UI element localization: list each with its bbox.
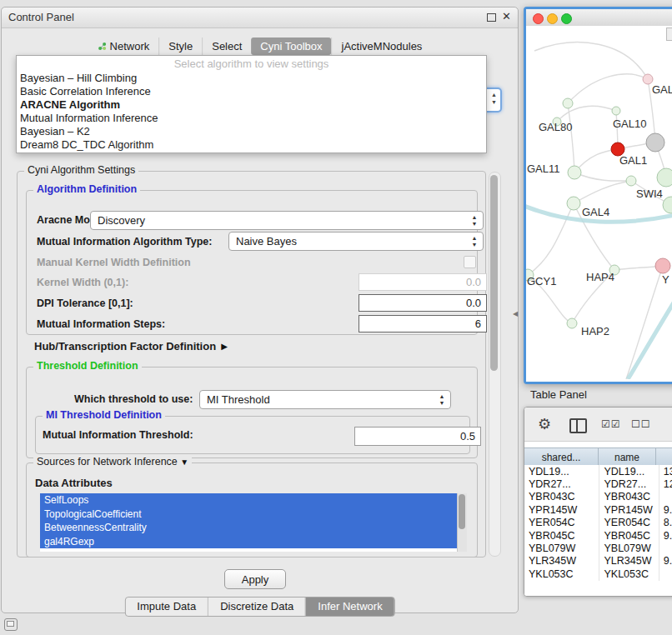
node-label: GCY1	[527, 275, 556, 288]
kernel-width-label: Kernel Width (0,1):	[37, 277, 128, 288]
network-node[interactable]	[626, 176, 636, 186]
table-row[interactable]: YPR145W YPR145W 9.	[524, 503, 672, 516]
field-value: 6	[475, 318, 481, 330]
table-header-row: shared... name	[524, 448, 672, 467]
column-chooser-icon[interactable]	[569, 418, 587, 433]
deselect-all-icon[interactable]: ☐☐	[631, 418, 651, 430]
restore-panel-icon[interactable]	[4, 618, 18, 631]
network-node[interactable]	[657, 168, 672, 187]
combo-stepper-icon: ▲▼	[435, 393, 450, 407]
table-panel-window: ⚙ ☑☑ ☐☐ shared... name YDL19... YDL19...…	[524, 407, 672, 597]
expanded-arrow-icon[interactable]: ▼	[180, 458, 188, 467]
apply-button-label: Apply	[242, 573, 269, 586]
algorithm-option-selected[interactable]: ARACNE Algorithm	[17, 98, 486, 112]
settings-scrollbar-thumb[interactable]	[490, 175, 498, 371]
network-node[interactable]	[663, 197, 672, 213]
manual-kernel-width-checkbox	[464, 256, 476, 268]
column-header-name[interactable]: name	[599, 448, 656, 466]
list-item[interactable]: SelfLoops	[40, 493, 458, 508]
sources-title-text[interactable]: Sources for Network Inference	[37, 456, 178, 468]
list-scrollbar[interactable]	[457, 493, 467, 552]
cell: YPR145W	[599, 503, 659, 516]
algorithm-option[interactable]: Dream8 DC_TDC Algorithm	[17, 138, 486, 152]
cell	[659, 542, 672, 554]
network-node[interactable]	[646, 133, 664, 152]
node-label: HAP4	[586, 271, 614, 283]
tab-network[interactable]: Network	[88, 38, 159, 55]
cell: YBR045C	[524, 529, 599, 542]
cell: YBR043C	[599, 491, 659, 503]
node-label: GAL11	[527, 162, 560, 175]
network-node[interactable]	[563, 98, 573, 108]
node-label: GAL1	[619, 154, 647, 167]
hub-definition-label: Hub/Transcription Factor Definition	[34, 340, 216, 352]
cell: YDL19...	[599, 465, 659, 478]
tab-impute-data[interactable]: Impute Data	[125, 598, 208, 616]
cell: YBR045C	[599, 529, 659, 542]
settings-gear-icon[interactable]: ⚙	[538, 415, 551, 433]
tab-select[interactable]: Select	[202, 38, 251, 55]
table-row[interactable]: YBR045C YBR045C 9.	[524, 529, 672, 542]
network-node[interactable]	[567, 318, 577, 328]
tab-label: Discretize Data	[220, 600, 293, 612]
zoom-traffic-light-icon[interactable]	[561, 13, 572, 24]
network-node[interactable]	[567, 197, 580, 210]
apply-button[interactable]: Apply	[224, 569, 286, 589]
table-row[interactable]: YDL19... YDL19... 13	[524, 465, 672, 478]
tab-discretize-data[interactable]: Discretize Data	[208, 598, 305, 616]
algorithm-option[interactable]: Bayesian – Hill Climbing	[17, 72, 486, 85]
column-header-clipped[interactable]	[656, 448, 672, 466]
list-item[interactable]: TopologicalCoefficient	[40, 508, 458, 522]
hub-definition-toggle[interactable]: Hub/Transcription Factor Definition ▶	[34, 338, 228, 353]
list-item[interactable]: gal4RGexp	[40, 535, 458, 549]
close-icon[interactable]: ✕	[502, 10, 511, 22]
network-scrollbar[interactable]	[666, 28, 672, 41]
cell: YBR043C	[524, 491, 599, 503]
panel-resize-handle-icon[interactable]: ◀	[513, 310, 518, 318]
mi-threshold-field[interactable]: 0.5	[354, 427, 481, 446]
table-row[interactable]: YKL053C YKL053C	[524, 568, 672, 580]
cell: 12	[659, 478, 672, 490]
mi-algo-type-combo[interactable]: Naive Bayes ▲▼	[228, 232, 484, 251]
settings-scrollbar[interactable]	[489, 172, 501, 557]
dpi-tolerance-field[interactable]: 0.0	[359, 294, 487, 312]
algorithm-option[interactable]: Basic Correlation Inference	[17, 85, 486, 98]
control-panel-titlebar[interactable]: Control Panel ✕	[2, 8, 518, 28]
tab-jactivemnodules[interactable]: jActiveMNodules	[332, 38, 432, 55]
table-row[interactable]: YDR27... YDR27... 12	[524, 478, 672, 490]
table-row[interactable]: YBR043C YBR043C	[524, 491, 672, 503]
network-canvas[interactable]: GAL80 GAL10 GAL11 GAL1 SWI4 GAL4 GCY1 HA…	[526, 26, 672, 382]
tab-infer-network[interactable]: Infer Network	[305, 598, 394, 616]
minimize-traffic-light-icon[interactable]	[547, 13, 558, 24]
combo-stepper-icon: ▲▼	[468, 235, 483, 248]
sources-group: Sources for Network Inference ▼ Data Att…	[26, 462, 478, 558]
list-scrollbar-thumb[interactable]	[459, 494, 465, 529]
column-header-shared-name[interactable]: shared...	[524, 448, 599, 466]
close-traffic-light-icon[interactable]	[533, 13, 544, 24]
threshold-definition-title: Threshold Definition	[33, 360, 142, 372]
mi-steps-field[interactable]: 6	[359, 315, 487, 332]
table-row[interactable]: YLR345W YLR345W 9.	[524, 555, 672, 568]
network-node[interactable]	[568, 166, 581, 179]
dropdown-placeholder: Select algorithm to view settings	[17, 56, 486, 72]
select-all-icon[interactable]: ☑☑	[601, 418, 621, 430]
list-item[interactable]: BetweennessCentrality	[40, 521, 458, 535]
combo-value: MI Threshold	[207, 393, 435, 406]
combo-value: Discovery	[98, 214, 468, 227]
network-node[interactable]	[612, 107, 620, 115]
network-window-titlebar[interactable]	[526, 9, 672, 27]
algorithm-option[interactable]: Mutual Information Inference	[17, 112, 486, 125]
float-window-icon[interactable]	[487, 13, 496, 22]
tab-cyni-toolbox[interactable]: Cyni Toolbox	[251, 38, 331, 55]
aracne-mode-combo[interactable]: Discovery ▲▼	[90, 211, 484, 230]
network-node[interactable]	[655, 258, 670, 273]
tab-label: Cyni Toolbox	[260, 40, 322, 52]
table-row[interactable]: YER054C YER054C 8.	[524, 517, 672, 529]
table-row[interactable]: YBL079W YBL079W	[524, 542, 672, 554]
which-threshold-combo[interactable]: MI Threshold ▲▼	[199, 390, 451, 409]
algorithm-option[interactable]: Bayesian – K2	[17, 125, 486, 138]
tab-style[interactable]: Style	[158, 38, 202, 55]
table-toolbar: ⚙ ☑☑ ☐☐	[524, 408, 672, 442]
cell: 9.	[659, 529, 672, 542]
field-value: 0.0	[466, 297, 481, 309]
